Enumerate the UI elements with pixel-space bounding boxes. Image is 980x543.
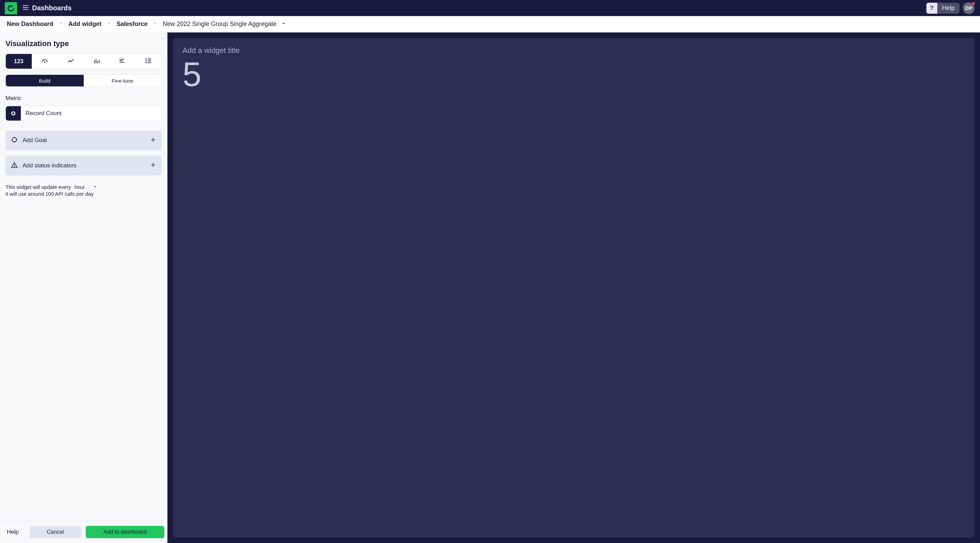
plus-icon bbox=[150, 137, 156, 144]
svg-point-25 bbox=[14, 166, 14, 167]
app-logo[interactable] bbox=[5, 2, 17, 14]
breadcrumb-item-2[interactable]: Add widget bbox=[68, 21, 102, 28]
svg-point-11 bbox=[146, 59, 146, 59]
panel-footer: Help Cancel Add to dashboard bbox=[0, 521, 167, 543]
list-numbered-icon bbox=[145, 57, 152, 66]
viz-tab-bar[interactable] bbox=[83, 54, 109, 69]
add-goal-button[interactable]: Add Goal bbox=[5, 130, 162, 150]
add-goal-label: Add Goal bbox=[22, 137, 145, 144]
update-frequency[interactable]: hour bbox=[75, 184, 85, 191]
viz-tab-hbar[interactable] bbox=[109, 54, 135, 69]
config-panel: Visualization type 123 bbox=[0, 32, 167, 543]
breadcrumb-item-3[interactable]: Salesforce bbox=[116, 21, 148, 28]
caret-down-icon[interactable] bbox=[281, 21, 286, 28]
line-chart-icon bbox=[67, 57, 75, 66]
svg-point-13 bbox=[146, 60, 146, 61]
page-title: Dashboards bbox=[32, 4, 72, 12]
menu-icon[interactable] bbox=[22, 4, 29, 13]
update-api-line: It will use around 100 API calls per day bbox=[5, 191, 162, 197]
breadcrumb-item-1[interactable]: New Dashboard bbox=[7, 21, 53, 28]
horizontal-bar-icon bbox=[119, 57, 126, 66]
chevron-right-icon bbox=[106, 21, 112, 28]
tab-finetune[interactable]: Fine-tune bbox=[84, 75, 162, 86]
preview-panel: Add a widget title 5 bbox=[167, 32, 980, 543]
topbar: Dashboards ? Help DP bbox=[0, 0, 980, 16]
help-question-icon: ? bbox=[926, 3, 937, 14]
help-button[interactable]: ? Help bbox=[926, 3, 959, 14]
mode-tabs: Build Fine-tune bbox=[5, 75, 162, 87]
widget-preview: Add a widget title 5 bbox=[173, 38, 975, 538]
footer-help[interactable]: Help bbox=[5, 529, 20, 535]
cancel-button[interactable]: Cancel bbox=[30, 526, 81, 538]
breadcrumb: New Dashboard Add widget Salesforce New … bbox=[0, 16, 980, 32]
bar-chart-icon bbox=[92, 57, 100, 66]
widget-title-input[interactable]: Add a widget title bbox=[183, 46, 965, 55]
viz-tab-gauge[interactable] bbox=[32, 54, 58, 69]
update-prefix: This widget will update every bbox=[5, 184, 72, 191]
metric-value: Record Count bbox=[21, 106, 161, 121]
section-visualization-type: Visualization type bbox=[5, 39, 162, 48]
svg-point-17 bbox=[12, 137, 16, 142]
metric-label: Metric bbox=[5, 95, 162, 102]
avatar[interactable]: DP bbox=[963, 2, 975, 14]
add-to-dashboard-button[interactable]: Add to dashboard bbox=[86, 526, 164, 538]
add-status-label: Add status indicators bbox=[22, 162, 145, 169]
target-icon bbox=[11, 136, 18, 144]
plus-icon bbox=[150, 162, 156, 169]
chevron-right-icon bbox=[58, 21, 64, 28]
add-status-button[interactable]: Add status indicators bbox=[5, 156, 162, 176]
help-label: Help bbox=[937, 5, 959, 12]
tab-build[interactable]: Build bbox=[6, 75, 84, 86]
widget-value: 5 bbox=[183, 57, 965, 91]
viz-tab-line[interactable] bbox=[58, 54, 84, 69]
warning-icon bbox=[11, 162, 18, 170]
viz-type-tabs: 123 bbox=[5, 54, 162, 69]
svg-point-15 bbox=[146, 62, 146, 63]
caret-down-icon[interactable] bbox=[87, 184, 97, 191]
chevron-right-icon bbox=[153, 21, 158, 28]
gauge-icon bbox=[41, 57, 49, 66]
svg-point-3 bbox=[45, 62, 45, 62]
update-info: This widget will update every hour It wi… bbox=[5, 184, 162, 198]
viz-tab-number[interactable]: 123 bbox=[6, 54, 32, 69]
viz-tab-leaderboard[interactable] bbox=[135, 54, 161, 69]
breadcrumb-current[interactable]: New 2022 Single Group Single Aggregate bbox=[163, 21, 277, 28]
metric-select[interactable]: Record Count bbox=[5, 106, 162, 121]
metric-bullet-icon bbox=[6, 106, 21, 121]
